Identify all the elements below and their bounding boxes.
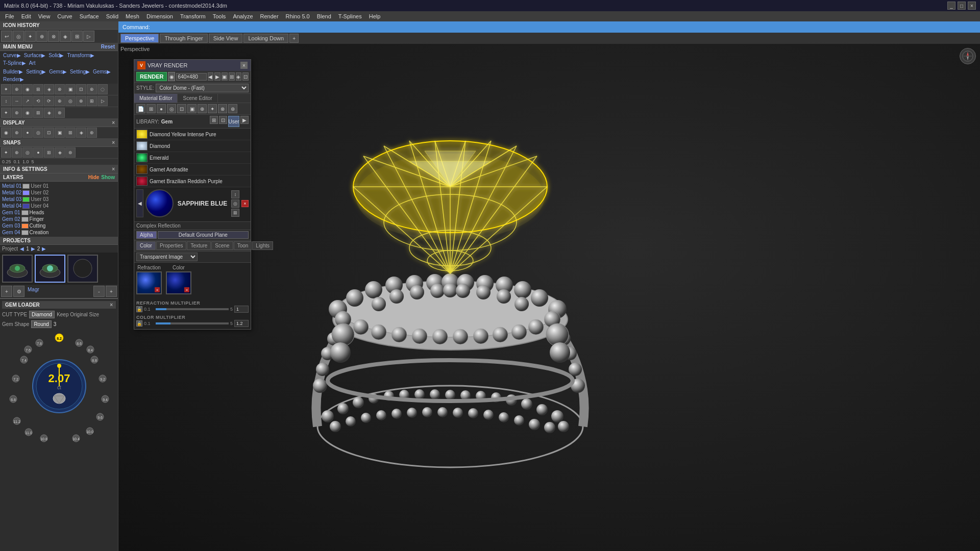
tab-texture[interactable]: Texture (187, 241, 211, 250)
menu-tspline-item[interactable]: T-Spline▶ (2, 60, 27, 66)
tool-4[interactable]: ⊞ (33, 84, 43, 94)
color-mult-icon[interactable]: 🔒 (136, 320, 142, 327)
preview-delete-btn[interactable]: × (241, 200, 249, 207)
preview-ctrl-3[interactable]: ⊞ (231, 209, 239, 217)
disp-btn-6[interactable]: ▣ (55, 128, 65, 138)
tool-16[interactable]: ⊕ (55, 96, 65, 106)
tool-25[interactable]: ◈ (44, 108, 54, 118)
tab-material-editor[interactable]: Material Editor (134, 94, 178, 103)
refraction-swatch[interactable]: × (136, 271, 162, 294)
tool-19[interactable]: ⊞ (87, 96, 97, 106)
tab-properties[interactable]: Properties (156, 241, 187, 250)
lib-btn-1[interactable]: ⊞ (210, 116, 218, 124)
menu-render-item[interactable]: Render▶ (2, 76, 25, 83)
menu-setting2-item[interactable]: Setting▶ (69, 68, 91, 75)
layer-gem04-toggle[interactable]: Gem 04 (2, 230, 20, 235)
tab-side-view[interactable]: Side View (209, 34, 243, 43)
refraction-mult-icon[interactable]: 🔒 (136, 306, 142, 312)
res-btn-2[interactable]: ▶ (214, 72, 220, 81)
mat-item-garnet-braz[interactable]: Garnet Brazilian Reddish Purple (134, 176, 251, 187)
snap-btn-1[interactable]: ✦ (1, 147, 11, 158)
ih-btn-2[interactable]: ◎ (13, 31, 24, 42)
vray-close-btn[interactable]: × (240, 62, 248, 69)
menu-view[interactable]: View (35, 13, 54, 20)
refraction-mult-value[interactable]: 1 (234, 306, 249, 313)
tool-8[interactable]: ⊡ (76, 84, 86, 94)
layer-metal03-toggle[interactable]: Metal 03 (2, 196, 21, 202)
menu-gems-item[interactable]: Gems▶ (48, 68, 68, 75)
ih-btn-1[interactable]: ↩ (1, 31, 12, 42)
render-button[interactable]: RENDER (136, 72, 167, 81)
layer-gem03-color[interactable] (21, 223, 29, 229)
tab-scene-editor[interactable]: Scene Editor (178, 94, 217, 103)
menu-surface[interactable]: Surface (77, 13, 102, 20)
project-thumb-1[interactable] (2, 255, 33, 283)
mat-btn-3[interactable]: ● (157, 104, 166, 113)
snap-btn-5[interactable]: ⊞ (44, 147, 54, 158)
layer-metal02-toggle[interactable]: Metal 02 (2, 190, 21, 195)
transparent-image-select[interactable]: Transparent Image (136, 253, 198, 261)
tool-9[interactable]: ⊛ (87, 84, 97, 94)
mat-item-garnet-andradite[interactable]: Garnet Andradite (134, 164, 251, 176)
tool-12[interactable]: ↔ (12, 96, 22, 106)
tool-1[interactable]: ✦ (1, 84, 11, 94)
tab-through-finger[interactable]: Through Finger (160, 34, 207, 43)
menu-solid-item[interactable]: Solid▶ (47, 52, 65, 59)
lib-user-btn[interactable]: User (228, 116, 239, 127)
snaps-close[interactable]: × (112, 140, 115, 145)
ih-btn-3[interactable]: ✦ (24, 31, 36, 42)
lib-btn-3[interactable]: ▶ (240, 116, 249, 124)
resolution-input[interactable] (176, 73, 207, 81)
proj-add-btn[interactable]: + (1, 286, 12, 297)
render-icon-btn[interactable]: ◉ (168, 72, 175, 81)
viewport-add-btn[interactable]: + (289, 34, 299, 43)
layer-gem03-toggle[interactable]: Gem 03 (2, 223, 20, 229)
menu-help[interactable]: Help (366, 13, 384, 20)
ih-btn-6[interactable]: ◈ (60, 31, 71, 42)
tab-perspective[interactable]: Perspective (120, 34, 159, 43)
layer-metal04-color[interactable] (22, 204, 30, 209)
mat-btn-1[interactable]: 📄 (136, 104, 145, 113)
snap-btn-4[interactable]: ● (33, 147, 43, 158)
mat-btn-10[interactable]: ⊛ (228, 104, 237, 113)
menu-tsplines[interactable]: T-Splines (335, 13, 365, 20)
style-select[interactable]: Color Dome - (Fast) (156, 84, 249, 92)
layer-gem02-color[interactable] (21, 217, 29, 222)
tool-10[interactable]: ◌ (97, 84, 108, 94)
tool-5[interactable]: ◈ (44, 84, 54, 94)
tool-13[interactable]: ↗ (22, 96, 33, 106)
proj-settings-btn[interactable]: ⚙ (13, 286, 24, 297)
tool-7[interactable]: ▣ (65, 84, 76, 94)
compass-icon[interactable] (960, 48, 976, 64)
disp-btn-7[interactable]: ⊞ (65, 128, 76, 138)
menu-transform[interactable]: Transform (177, 13, 209, 20)
mat-btn-8[interactable]: ✦ (208, 104, 217, 113)
menu-curve[interactable]: Curve (54, 13, 75, 20)
menu-setting-item[interactable]: Setting▶ (25, 68, 47, 75)
disp-btn-1[interactable]: ◉ (1, 128, 11, 138)
layers-show-btn[interactable]: Show (101, 174, 115, 180)
tool-26[interactable]: ⊗ (55, 108, 65, 118)
layer-metal04-toggle[interactable]: Metal 04 (2, 203, 21, 209)
ih-btn-8[interactable]: ▷ (83, 31, 94, 42)
minimize-btn[interactable]: _ (947, 2, 955, 10)
mat-btn-9[interactable]: ⊗ (218, 104, 227, 113)
tool-3[interactable]: ◉ (22, 84, 33, 94)
mat-btn-7[interactable]: ⊕ (198, 104, 207, 113)
menu-builder-item[interactable]: Builder▶ (2, 68, 24, 75)
menu-file[interactable]: File (2, 13, 17, 20)
disp-btn-2[interactable]: ⊕ (12, 128, 22, 138)
info-close[interactable]: × (112, 166, 115, 172)
layer-gem01-color[interactable] (21, 210, 29, 215)
tab-lights[interactable]: Lights (252, 241, 273, 250)
proj-nav-btn[interactable]: + (106, 286, 117, 297)
disp-btn-5[interactable]: ⊡ (44, 128, 54, 138)
tool-6[interactable]: ⊗ (55, 84, 65, 94)
menu-blend[interactable]: Blend (314, 13, 334, 20)
tool-2[interactable]: ⊕ (12, 84, 22, 94)
view-btn-1[interactable]: ▣ (222, 72, 228, 81)
menu-solid[interactable]: Solid (103, 13, 121, 20)
gem-shape-value[interactable]: Round (31, 320, 51, 328)
mat-item-diamond[interactable]: Diamond (134, 140, 251, 152)
preview-prev-btn[interactable]: ◀ (136, 189, 143, 217)
